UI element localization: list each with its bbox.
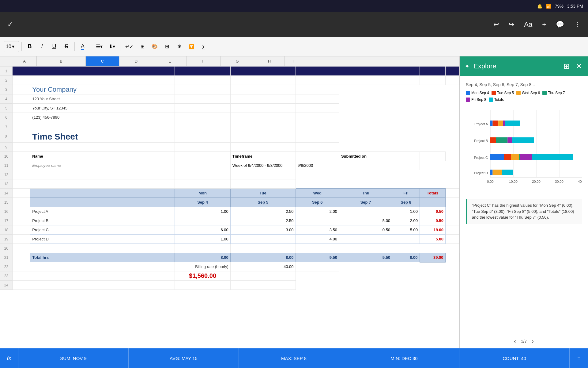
cell-E1[interactable] — [296, 67, 339, 76]
cell-A10[interactable] — [13, 152, 30, 161]
cell-C1[interactable] — [175, 67, 230, 76]
cell-B1[interactable] — [30, 67, 175, 76]
wrap-button[interactable]: ↵⤦ — [123, 41, 136, 52]
cell-header-project2[interactable] — [30, 198, 175, 207]
cell-a-thu[interactable] — [339, 207, 392, 216]
cell-c-thu[interactable]: 0.50 — [339, 225, 392, 235]
cell-total-hrs-label[interactable]: Total hrs — [30, 253, 175, 262]
strikethrough-button[interactable]: S — [61, 41, 72, 52]
col-header-F[interactable]: F — [187, 56, 221, 66]
grid-container[interactable]: 1 2 — [0, 66, 459, 348]
cell-header-totals[interactable]: Totals — [420, 189, 446, 198]
italic-button[interactable]: I — [36, 41, 47, 52]
explore-chart-button[interactable]: ⊞ — [562, 61, 571, 72]
cell-header-mon[interactable]: Mon — [175, 189, 230, 198]
cell-D1[interactable] — [230, 67, 296, 76]
cell-total-fri[interactable]: 8.00 — [392, 253, 420, 262]
cell-project-d[interactable]: Project D — [30, 235, 175, 244]
cell-a-tue[interactable]: 2.50 — [230, 207, 296, 216]
cell-C2[interactable] — [175, 76, 230, 85]
cell-b-wed[interactable] — [296, 216, 339, 225]
cell-d-tue[interactable] — [230, 235, 296, 244]
cell-employee-name[interactable]: Employee name — [30, 161, 175, 170]
cell-C10[interactable] — [175, 152, 230, 161]
cell-E10[interactable] — [296, 152, 339, 161]
col-header-H[interactable]: H — [254, 56, 285, 66]
cell-C11[interactable] — [175, 161, 230, 170]
cell-I7[interactable] — [296, 122, 339, 131]
col-header-D[interactable]: D — [119, 56, 153, 66]
cell-G4[interactable] — [175, 94, 230, 104]
cell-A9[interactable] — [13, 143, 30, 152]
cell-timeframe-label[interactable]: Timeframe — [230, 152, 296, 161]
cell-H7[interactable] — [230, 122, 296, 131]
cell-H11[interactable] — [339, 161, 392, 170]
cell-G7[interactable] — [175, 122, 230, 131]
cell-header-tue[interactable]: Tue — [230, 189, 296, 198]
checkmark-button[interactable]: ✓ — [5, 19, 15, 30]
cell-H9[interactable] — [230, 143, 296, 152]
align-button[interactable]: ☰▾ — [93, 41, 105, 52]
cell-I2[interactable] — [445, 76, 459, 85]
cell-project-a[interactable]: Project A — [30, 207, 175, 216]
cell-I10[interactable] — [420, 152, 446, 161]
cell-I4[interactable] — [296, 94, 339, 104]
prev-page-button[interactable]: ‹ — [514, 338, 516, 345]
cell-I8[interactable] — [296, 131, 339, 143]
cell-total-wed[interactable]: 9.50 — [296, 253, 339, 262]
cell-project-c[interactable]: Project C — [30, 225, 175, 235]
undo-button[interactable]: ↩ — [491, 19, 501, 30]
cell-b-fri[interactable]: 2.00 — [392, 216, 420, 225]
cell-header-fri[interactable]: Fri — [392, 189, 420, 198]
cell-c-total[interactable]: 18.00 — [420, 225, 446, 235]
cell-a-fri[interactable]: 1.00 — [392, 207, 420, 216]
cell-I1[interactable] — [445, 67, 459, 76]
filter-button[interactable]: 🔽 — [186, 41, 197, 52]
cell-G8[interactable] — [175, 131, 230, 143]
cell-header-tue-date[interactable]: Sep 5 — [230, 198, 296, 207]
cell-A6[interactable] — [13, 113, 30, 122]
cell-G1[interactable] — [392, 67, 420, 76]
cell-total-tue[interactable]: 8.00 — [230, 253, 296, 262]
cell-B9[interactable] — [30, 143, 175, 152]
cell-submitted-label[interactable]: Submitted on — [339, 152, 392, 161]
merge-button[interactable]: ⊞ — [137, 41, 148, 52]
cell-F2[interactable] — [339, 76, 392, 85]
bold-button[interactable]: B — [24, 41, 35, 52]
bottom-max[interactable]: MAX: SEP 8 — [239, 348, 349, 368]
col-header-G[interactable]: G — [221, 56, 254, 66]
cell-grand-total-hrs[interactable]: 39.00 — [420, 253, 446, 262]
cell-G6[interactable] — [175, 113, 230, 122]
cell-header-thu-date[interactable]: Sep 7 — [339, 198, 392, 207]
cell-header-totals2[interactable] — [420, 198, 446, 207]
cell-E2[interactable] — [296, 76, 339, 85]
text-format-button[interactable]: Aa — [522, 19, 535, 30]
valign-button[interactable]: ⬇▾ — [106, 41, 118, 52]
cell-billing-label[interactable]: Billing rate (hourly) — [175, 262, 230, 271]
borders-button[interactable]: ⊞ — [161, 41, 172, 52]
cell-d-wed[interactable]: 4.00 — [296, 235, 339, 244]
cell-I3[interactable] — [296, 85, 339, 94]
cell-d-fri[interactable] — [392, 235, 420, 244]
cell-b-mon[interactable] — [175, 216, 230, 225]
cell-address1[interactable]: 123 Your Street — [30, 94, 175, 104]
cell-H10[interactable] — [392, 152, 420, 161]
cell-A1[interactable] — [13, 67, 30, 76]
cell-project-b[interactable]: Project B — [30, 216, 175, 225]
cell-a-wed[interactable]: 2.00 — [296, 207, 339, 216]
comment-button[interactable]: 💬 — [553, 19, 567, 30]
col-header-A[interactable]: A — [12, 56, 37, 66]
fill-color-button[interactable]: 🎨 — [149, 41, 160, 52]
col-header-B[interactable]: B — [37, 56, 86, 66]
cell-sheet-title[interactable]: Time Sheet — [30, 131, 175, 143]
cell-H3[interactable] — [230, 85, 296, 94]
cell-d-thu[interactable] — [339, 235, 392, 244]
cell-submitted-date[interactable]: 9/8/2000 — [296, 161, 339, 170]
cell-A5[interactable] — [13, 104, 30, 113]
cell-company-name[interactable]: Your Company — [30, 85, 175, 94]
cell-header-wed-date[interactable]: Sep 6 — [296, 198, 339, 207]
cell-header-project[interactable] — [30, 189, 175, 198]
cell-A8[interactable] — [13, 131, 30, 143]
cell-d-total[interactable]: 5.00 — [420, 235, 446, 244]
next-page-button[interactable]: › — [532, 338, 534, 345]
